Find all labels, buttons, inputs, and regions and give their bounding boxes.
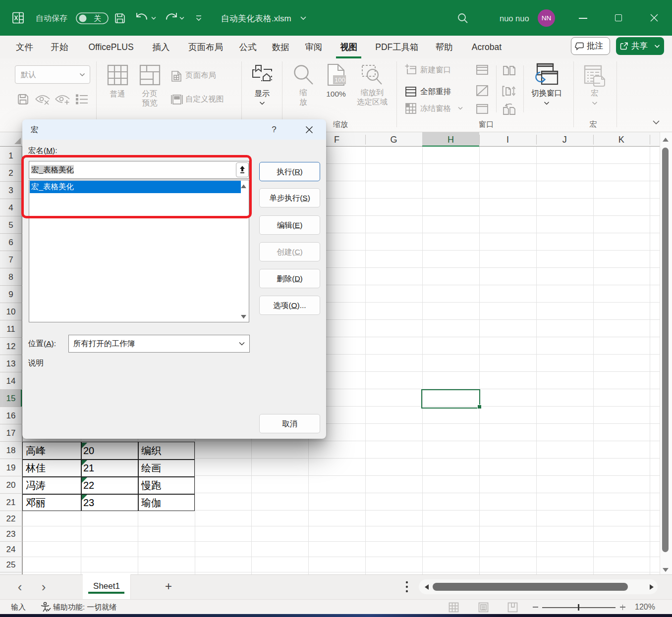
svg-text:100: 100 [335, 76, 345, 84]
svg-text:关: 关 [94, 14, 101, 22]
